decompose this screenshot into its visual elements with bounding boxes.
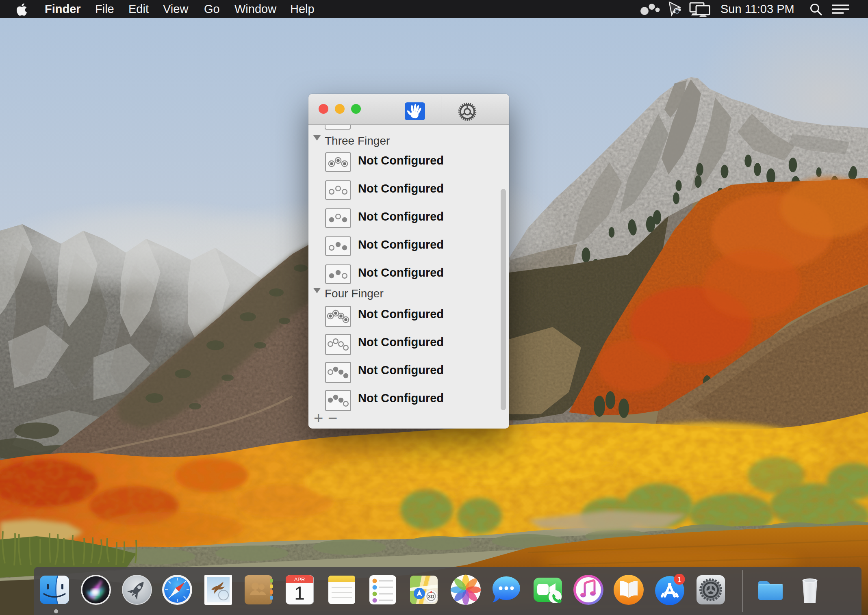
svg-text:1: 1: [677, 576, 681, 584]
svg-text:3D: 3D: [428, 594, 434, 600]
svg-text:1: 1: [294, 583, 305, 604]
svg-text:APR: APR: [294, 576, 305, 583]
